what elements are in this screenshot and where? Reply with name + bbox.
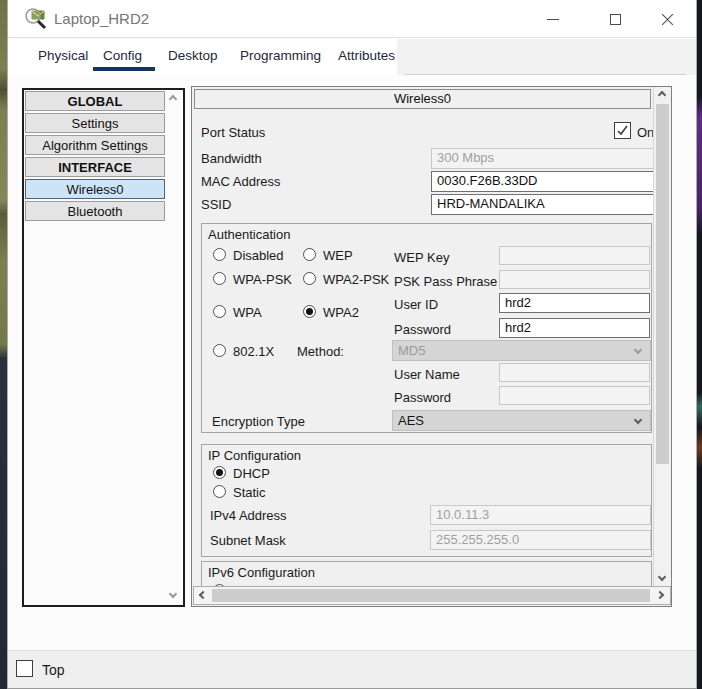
psk-pass-phrase-label: PSK Pass Phrase	[394, 274, 497, 289]
radio-dhcp-label: DHCP	[233, 466, 270, 481]
maximize-button[interactable]	[594, 0, 636, 38]
bandwidth-label: Bandwidth	[201, 151, 262, 166]
method-value: MD5	[398, 343, 425, 358]
password-field[interactable]: hrd2	[499, 318, 650, 338]
vertical-scrollbar-thumb[interactable]	[656, 104, 669, 464]
scroll-up-icon[interactable]	[658, 91, 666, 99]
sidebar-item-interface[interactable]: INTERFACE	[25, 157, 165, 177]
wep-key-label: WEP Key	[394, 250, 449, 265]
wireless0-config-panel: Wireless0 Port Status On Bandwidth 300 M…	[191, 86, 672, 607]
subnet-mask-field: 255.255.255.0	[430, 530, 651, 550]
horizontal-scrollbar-thumb[interactable]	[212, 589, 650, 602]
wep-key-field	[499, 246, 650, 265]
encryption-type-dropdown[interactable]: AES	[392, 410, 651, 431]
ssid-field[interactable]: HRD-MANDALIKA	[431, 194, 654, 215]
radio-wpa-psk[interactable]	[213, 272, 226, 285]
ipv6-configuration-title: IPv6 Configuration	[208, 565, 315, 580]
packet-tracer-magnifier-icon	[24, 7, 48, 31]
interface-sidebar: GLOBAL Settings Algorithm Settings INTER…	[22, 88, 185, 607]
method-dropdown: MD5	[392, 340, 651, 361]
port-status-on-label: On	[637, 125, 654, 140]
minimize-button[interactable]	[532, 0, 574, 38]
mac-address-field[interactable]: 0030.F26B.33DD	[431, 171, 654, 192]
radio-wpa2-label: WPA2	[323, 305, 359, 320]
tab-desktop[interactable]: Desktop	[168, 48, 218, 63]
password2-field	[499, 386, 650, 405]
radio-disabled[interactable]	[213, 248, 226, 261]
bottom-bar: Top	[8, 650, 696, 688]
sidebar-item-wireless0[interactable]: Wireless0	[25, 179, 165, 199]
radio-wpa2[interactable]	[303, 305, 316, 318]
interface-panel-title: Wireless0	[194, 89, 651, 109]
chevron-down-icon	[634, 416, 642, 424]
ipv4-address-label: IPv4 Address	[210, 508, 287, 523]
desktop-edge-right	[697, 0, 702, 689]
ipv4-address-field: 10.0.11.3	[430, 505, 651, 525]
user-name-field	[499, 363, 650, 382]
desktop-edge-left	[0, 0, 7, 689]
tab-physical[interactable]: Physical	[38, 48, 88, 63]
check-icon	[616, 124, 629, 137]
packet-tracer-device-window: Laptop_HRD2 Physical Config Desktop Prog…	[0, 0, 702, 689]
ssid-label: SSID	[201, 197, 231, 212]
user-id-field[interactable]: hrd2	[499, 293, 650, 313]
tab-bar: Physical Config Desktop Programming Attr…	[8, 39, 696, 75]
sidebar-item-algorithm-settings[interactable]: Algorithm Settings	[25, 135, 165, 155]
radio-disabled-label: Disabled	[233, 248, 284, 263]
radio-wpa[interactable]	[213, 305, 226, 318]
authentication-title: Authentication	[208, 227, 290, 242]
radio-8021x[interactable]	[213, 344, 226, 357]
close-icon	[661, 13, 674, 26]
user-id-label: User ID	[394, 297, 438, 312]
radio-static-label: Static	[233, 485, 266, 500]
user-name-label: User Name	[394, 367, 460, 382]
horizontal-scrollbar[interactable]	[193, 586, 671, 605]
psk-pass-phrase-field	[499, 270, 650, 289]
chevron-down-icon	[634, 346, 642, 354]
radio-static[interactable]	[213, 485, 226, 498]
scroll-up-icon[interactable]	[169, 95, 177, 103]
config-scroll-viewport: Wireless0 Port Status On Bandwidth 300 M…	[193, 88, 654, 587]
scroll-right-icon[interactable]	[656, 591, 664, 599]
vertical-scrollbar[interactable]	[653, 87, 671, 587]
ip-configuration-group: IP Configuration DHCP Static IPv4 Addres…	[201, 444, 652, 557]
ip-configuration-title: IP Configuration	[208, 448, 301, 463]
password2-label: Password	[394, 390, 451, 405]
tab-programming[interactable]: Programming	[240, 48, 321, 63]
encryption-type-value: AES	[398, 413, 424, 428]
maximize-icon	[610, 14, 621, 25]
window-border	[696, 0, 697, 689]
scroll-down-icon[interactable]	[169, 590, 177, 598]
bandwidth-field: 300 Mbps	[431, 148, 654, 169]
sidebar-item-bluetooth[interactable]: Bluetooth	[25, 201, 165, 221]
sidebar-item-settings[interactable]: Settings	[25, 113, 165, 133]
close-button[interactable]	[646, 0, 688, 38]
port-status-checkbox[interactable]	[614, 122, 631, 139]
port-status-label: Port Status	[201, 125, 265, 140]
sidebar-item-global[interactable]: GLOBAL	[25, 91, 165, 111]
ipv6-configuration-group: IPv6 Configuration	[201, 561, 652, 587]
scroll-down-icon[interactable]	[658, 573, 666, 581]
radio-wep-label: WEP	[323, 248, 353, 263]
sidebar-scrollbar[interactable]	[165, 90, 183, 605]
radio-dhcp[interactable]	[213, 466, 226, 479]
radio-wep[interactable]	[303, 248, 316, 261]
authentication-group: Authentication Disabled WEP WEP Key WPA-…	[201, 223, 652, 433]
encryption-type-label: Encryption Type	[212, 414, 305, 429]
radio-wpa2-psk[interactable]	[303, 272, 316, 285]
mac-address-label: MAC Address	[201, 174, 280, 189]
tab-attributes[interactable]: Attributes	[338, 48, 395, 63]
tab-config[interactable]: Config	[103, 48, 142, 63]
window-title: Laptop_HRD2	[54, 10, 149, 27]
radio-wpa-label: WPA	[233, 305, 262, 320]
subnet-mask-label: Subnet Mask	[210, 533, 286, 548]
active-tab-indicator	[93, 67, 155, 71]
top-checkbox[interactable]	[16, 660, 33, 677]
method-label: Method:	[297, 344, 344, 359]
title-bar: Laptop_HRD2	[8, 0, 696, 38]
scroll-left-icon[interactable]	[199, 591, 207, 599]
radio-8021x-label: 802.1X	[233, 344, 274, 359]
radio-wpa2-psk-label: WPA2-PSK	[323, 272, 389, 287]
top-checkbox-label: Top	[42, 662, 65, 678]
password-label: Password	[394, 322, 451, 337]
